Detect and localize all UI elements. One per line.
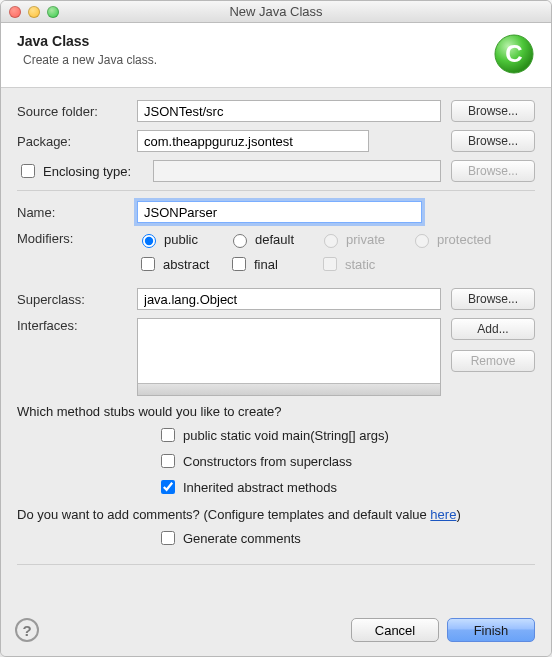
window-title: New Java Class — [1, 4, 551, 19]
stub-inherited-label: Inherited abstract methods — [183, 480, 337, 495]
comments-question-post: ) — [456, 507, 460, 522]
enclosing-type-browse-button: Browse... — [451, 160, 535, 182]
package-label: Package: — [17, 134, 137, 149]
superclass-browse-button[interactable]: Browse... — [451, 288, 535, 310]
finish-button[interactable]: Finish — [447, 618, 535, 642]
header-title: Java Class — [17, 33, 493, 49]
modifier-default-label: default — [255, 232, 294, 247]
source-folder-browse-button[interactable]: Browse... — [451, 100, 535, 122]
titlebar: New Java Class — [1, 1, 551, 23]
superclass-input[interactable] — [137, 288, 441, 310]
class-icon: C — [493, 33, 535, 75]
svg-text:C: C — [505, 40, 522, 67]
modifier-default-radio[interactable] — [233, 234, 247, 248]
modifier-public-label: public — [164, 232, 198, 247]
modifier-abstract-label: abstract — [163, 257, 209, 272]
modifier-final-checkbox[interactable] — [232, 257, 246, 271]
modifier-final-label: final — [254, 257, 278, 272]
source-folder-label: Source folder: — [17, 104, 137, 119]
dialog-window: New Java Class Java Class Create a new J… — [0, 0, 552, 657]
interfaces-list[interactable] — [137, 318, 441, 396]
modifier-protected-radio — [415, 234, 429, 248]
generate-comments-checkbox[interactable] — [161, 531, 175, 545]
cancel-button[interactable]: Cancel — [351, 618, 439, 642]
help-icon[interactable]: ? — [15, 618, 39, 642]
package-input[interactable] — [137, 130, 369, 152]
stub-inherited-checkbox[interactable] — [161, 480, 175, 494]
dialog-footer: ? Cancel Finish — [1, 608, 551, 656]
source-folder-input[interactable] — [137, 100, 441, 122]
modifiers-label: Modifiers: — [17, 231, 137, 246]
modifier-static-checkbox — [323, 257, 337, 271]
modifier-private-radio — [324, 234, 338, 248]
enclosing-type-label: Enclosing type: — [43, 164, 131, 179]
dialog-body: Source folder: Browse... Package: Browse… — [1, 88, 551, 608]
modifier-public-radio[interactable] — [142, 234, 156, 248]
interfaces-label: Interfaces: — [17, 318, 137, 333]
dialog-header: Java Class Create a new Java class. C — [1, 23, 551, 88]
enclosing-type-checkbox[interactable] — [21, 164, 35, 178]
method-stubs-question: Which method stubs would you like to cre… — [17, 404, 535, 419]
package-browse-button[interactable]: Browse... — [451, 130, 535, 152]
interfaces-add-button[interactable]: Add... — [451, 318, 535, 340]
name-label: Name: — [17, 205, 137, 220]
modifier-protected-label: protected — [437, 232, 491, 247]
comments-question-pre: Do you want to add comments? (Configure … — [17, 507, 430, 522]
modifier-abstract-checkbox[interactable] — [141, 257, 155, 271]
enclosing-type-input — [153, 160, 441, 182]
stub-main-label: public static void main(String[] args) — [183, 428, 389, 443]
superclass-label: Superclass: — [17, 292, 137, 307]
generate-comments-label: Generate comments — [183, 531, 301, 546]
stub-constructors-label: Constructors from superclass — [183, 454, 352, 469]
stub-constructors-checkbox[interactable] — [161, 454, 175, 468]
scrollbar[interactable] — [138, 383, 440, 395]
modifier-private-label: private — [346, 232, 385, 247]
name-input[interactable] — [137, 201, 422, 223]
stub-main-checkbox[interactable] — [161, 428, 175, 442]
interfaces-remove-button: Remove — [451, 350, 535, 372]
header-subtitle: Create a new Java class. — [23, 53, 493, 67]
comments-configure-link[interactable]: here — [430, 507, 456, 522]
modifier-static-label: static — [345, 257, 375, 272]
